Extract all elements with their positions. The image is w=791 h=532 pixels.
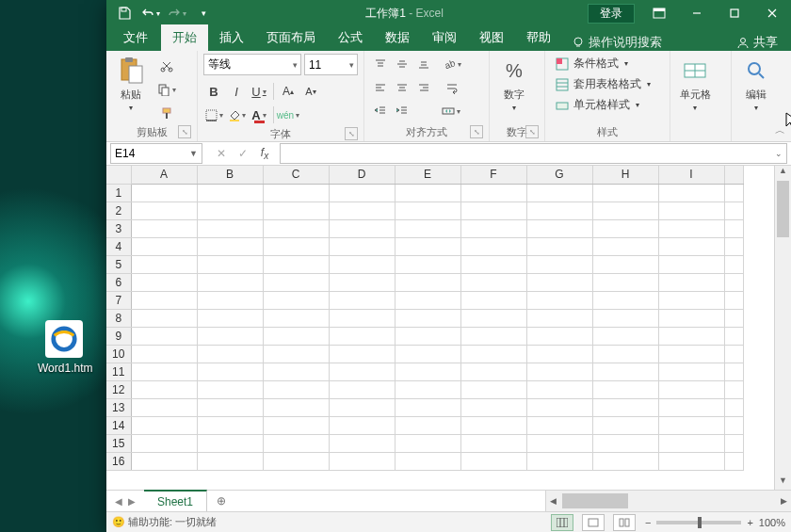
- row-header-2[interactable]: 2: [106, 202, 131, 219]
- cell-I9[interactable]: [658, 327, 724, 345]
- cell-I8[interactable]: [658, 309, 724, 327]
- horizontal-scrollbar[interactable]: ◀▶: [545, 491, 791, 511]
- cell-H7[interactable]: [592, 291, 658, 309]
- cell-I12[interactable]: [658, 380, 724, 398]
- cell-E7[interactable]: [395, 291, 460, 309]
- cell-B2[interactable]: [197, 202, 263, 219]
- row-header-5[interactable]: 5: [106, 255, 131, 273]
- cell-E2[interactable]: [395, 202, 460, 219]
- cell-D14[interactable]: [329, 416, 395, 434]
- row-header-8[interactable]: 8: [106, 309, 131, 327]
- align-right-button[interactable]: [413, 77, 434, 98]
- border-button[interactable]: [203, 105, 224, 125]
- expand-formula-bar[interactable]: ⌄: [775, 149, 783, 158]
- bold-button[interactable]: B: [203, 81, 224, 102]
- cell-G12[interactable]: [526, 380, 592, 398]
- orientation-button[interactable]: ab: [442, 54, 462, 74]
- zoom-level[interactable]: 100%: [759, 517, 785, 528]
- cell-E10[interactable]: [395, 345, 460, 363]
- cell-G6[interactable]: [526, 273, 592, 291]
- cell-H6[interactable]: [592, 273, 658, 291]
- tell-me[interactable]: 操作说明搜索: [562, 34, 671, 51]
- cell-B14[interactable]: [197, 416, 263, 434]
- cell-F7[interactable]: [460, 291, 526, 309]
- cell-I13[interactable]: [658, 398, 724, 416]
- row-header-1[interactable]: 1: [106, 184, 131, 202]
- tab-formula[interactable]: 公式: [327, 24, 374, 51]
- cell-I7[interactable]: [658, 291, 724, 309]
- align-top-button[interactable]: [370, 54, 391, 74]
- cell-H3[interactable]: [592, 219, 658, 237]
- accessibility-status[interactable]: 🙂 辅助功能: 一切就绪: [112, 515, 217, 529]
- cell-H1[interactable]: [592, 184, 658, 202]
- cell-A16[interactable]: [131, 452, 197, 470]
- cell-F8[interactable]: [460, 309, 526, 327]
- cell-F12[interactable]: [460, 380, 526, 398]
- cell-A8[interactable]: [131, 309, 197, 327]
- redo-button[interactable]: ▾: [165, 2, 189, 24]
- cell-A2[interactable]: [131, 202, 197, 219]
- row-header-13[interactable]: 13: [106, 398, 131, 416]
- cell-B12[interactable]: [197, 380, 263, 398]
- page-break-view-button[interactable]: [613, 514, 636, 531]
- alignment-launcher[interactable]: ⤡: [470, 125, 483, 138]
- cell-B1[interactable]: [197, 184, 263, 202]
- cell-G9[interactable]: [526, 327, 592, 345]
- row-header-4[interactable]: 4: [106, 237, 131, 255]
- row-header-11[interactable]: 11: [106, 363, 131, 380]
- cell-A10[interactable]: [131, 345, 197, 363]
- cell-C10[interactable]: [263, 345, 329, 363]
- cell-F13[interactable]: [460, 398, 526, 416]
- wrap-text-button[interactable]: [442, 77, 462, 98]
- ribbon-display-options[interactable]: [640, 0, 678, 26]
- cell-A1[interactable]: [131, 184, 197, 202]
- zoom-slider[interactable]: [656, 521, 741, 524]
- fill-color-button[interactable]: [226, 105, 247, 125]
- cell-H5[interactable]: [592, 255, 658, 273]
- column-header-G[interactable]: G: [526, 166, 592, 184]
- tab-home[interactable]: 开始: [161, 24, 208, 51]
- cell-C14[interactable]: [263, 416, 329, 434]
- column-header-A[interactable]: A: [131, 166, 197, 184]
- cell-A4[interactable]: [131, 237, 197, 255]
- cell-D15[interactable]: [329, 434, 395, 452]
- cell-I10[interactable]: [658, 345, 724, 363]
- number-format-button[interactable]: % 数字▾: [495, 54, 533, 123]
- cell-I16[interactable]: [658, 452, 724, 470]
- cell-C9[interactable]: [263, 327, 329, 345]
- cell-H14[interactable]: [592, 416, 658, 434]
- sheet-tab-sheet1[interactable]: Sheet1: [144, 490, 207, 511]
- tab-view[interactable]: 视图: [468, 24, 515, 51]
- cell-G1[interactable]: [526, 184, 592, 202]
- cell-D11[interactable]: [329, 363, 395, 380]
- increase-font-button[interactable]: A▴: [278, 81, 299, 102]
- cell-A3[interactable]: [131, 219, 197, 237]
- minimize-button[interactable]: [678, 0, 716, 26]
- qat-customize[interactable]: ▾: [191, 2, 216, 24]
- cell-F16[interactable]: [460, 452, 526, 470]
- cell-F1[interactable]: [460, 184, 526, 202]
- cell-E12[interactable]: [395, 380, 460, 398]
- cell-I11[interactable]: [658, 363, 724, 380]
- cell-D2[interactable]: [329, 202, 395, 219]
- row-header-12[interactable]: 12: [106, 380, 131, 398]
- cell-G11[interactable]: [526, 363, 592, 380]
- cell-F11[interactable]: [460, 363, 526, 380]
- tab-help[interactable]: 帮助: [515, 24, 562, 51]
- row-header-7[interactable]: 7: [106, 291, 131, 309]
- vertical-scrollbar[interactable]: ▲▼: [774, 166, 791, 490]
- cell-F4[interactable]: [460, 237, 526, 255]
- name-box[interactable]: E14▼: [110, 143, 202, 164]
- cell-H16[interactable]: [592, 452, 658, 470]
- row-header-10[interactable]: 10: [106, 345, 131, 363]
- cell-I3[interactable]: [658, 219, 724, 237]
- italic-button[interactable]: I: [226, 81, 247, 102]
- column-header-B[interactable]: B: [197, 166, 263, 184]
- insert-function-button[interactable]: fx: [255, 146, 274, 161]
- cell-B7[interactable]: [197, 291, 263, 309]
- cell-B13[interactable]: [197, 398, 263, 416]
- save-icon[interactable]: [112, 2, 137, 24]
- cell-D5[interactable]: [329, 255, 395, 273]
- align-left-button[interactable]: [370, 77, 391, 98]
- underline-button[interactable]: U: [249, 81, 269, 102]
